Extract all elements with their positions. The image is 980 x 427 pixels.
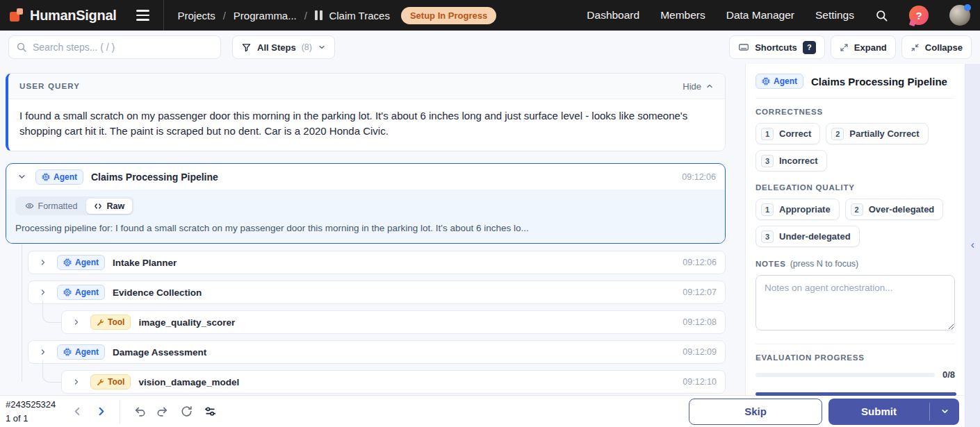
step-title: Intake Planner (113, 258, 177, 268)
search-icon (16, 42, 27, 53)
nav-dashboard[interactable]: Dashboard (587, 9, 639, 22)
submit-label[interactable]: Submit (828, 399, 929, 425)
step-title: Damage Assessment (113, 347, 206, 358)
delegation-options: 1 Appropriate 2 Over-delegated 3 Under-d… (756, 199, 955, 247)
status-badge: Setup In Progress (401, 7, 496, 24)
search-icon[interactable] (875, 9, 888, 22)
tool-badge: Tool (90, 315, 131, 330)
divider (756, 98, 955, 99)
option-incorrect[interactable]: 3 Incorrect (756, 150, 827, 171)
hotkey-badge: 1 (761, 203, 774, 216)
hamburger-menu-icon[interactable] (133, 7, 152, 23)
step-timestamp: 09:12:06 (683, 258, 717, 267)
top-navbar: HumanSignal Projects / Programma... / Cl… (0, 0, 980, 31)
evaluation-sidebar: Agent Claims Processing Pipeline CORRECT… (745, 64, 965, 427)
notes-label: NOTES (756, 260, 786, 268)
chevron-right-icon[interactable] (37, 258, 49, 267)
breadcrumb-project-name[interactable]: Programma... (234, 10, 297, 22)
step-title: Claims Processing Pipeline (91, 171, 218, 183)
task-meta: #243525324 1 of 1 (6, 398, 56, 425)
chevron-right-icon[interactable] (70, 378, 83, 386)
selected-step-header[interactable]: Agent Claims Processing Pipeline 09:12:0… (6, 164, 725, 190)
topbar-divider (163, 0, 164, 31)
agent-badge: Agent (57, 344, 105, 360)
prev-task-button[interactable] (65, 400, 89, 424)
notes-textarea[interactable] (756, 275, 955, 330)
tree-row-image-quality-scorer[interactable]: Tool image_quality_scorer 09:12:08 (61, 310, 726, 334)
tab-raw[interactable]: Raw (86, 199, 132, 214)
search-steps-input[interactable] (33, 42, 213, 53)
help-bubble-icon[interactable]: ? (909, 6, 929, 25)
chevron-up-icon (705, 82, 714, 90)
topbar-right-nav: Dashboard Members Data Manager Settings … (587, 5, 970, 26)
footer-actions: Skip Submit (689, 399, 959, 425)
chip-icon (42, 173, 50, 181)
collapse-button[interactable]: Collapse (901, 35, 972, 59)
next-task-button[interactable] (89, 400, 113, 424)
app-window: HumanSignal Projects / Programma... / Cl… (0, 0, 980, 427)
keyboard-icon (738, 42, 749, 53)
hotkey-badge: 3 (761, 231, 774, 243)
chevron-right-icon[interactable] (37, 288, 49, 296)
humansignal-logo[interactable]: HumanSignal (10, 8, 117, 24)
chevron-down-icon (940, 407, 949, 416)
skip-button[interactable]: Skip (689, 399, 822, 425)
sidebar-step-title: Claims Processing Pipeline (811, 76, 947, 87)
reset-button[interactable] (174, 400, 198, 424)
option-over-delegated[interactable]: 2 Over-delegated (845, 199, 944, 220)
view-settings-button[interactable] (198, 400, 222, 424)
breadcrumb-separator: / (304, 10, 307, 22)
hotkey-badge: 3 (761, 155, 774, 167)
content-area: USER QUERY Hide I found a small scratch … (0, 64, 980, 427)
user-query-label: USER QUERY (19, 82, 80, 90)
chevron-right-icon[interactable] (37, 348, 49, 356)
task-pagination: 1 of 1 (6, 412, 56, 426)
chip-icon (63, 348, 72, 356)
chevron-down-icon[interactable] (15, 172, 28, 181)
breadcrumb-projects[interactable]: Projects (178, 10, 215, 22)
nav-members[interactable]: Members (660, 9, 705, 22)
chevron-right-icon[interactable] (70, 318, 83, 326)
nav-data-manager[interactable]: Data Manager (726, 9, 794, 22)
filter-all-steps-button[interactable]: All Steps (8) (232, 35, 335, 59)
option-partially-correct[interactable]: 2 Partially Correct (826, 123, 928, 144)
tree-row-vision-damage-model[interactable]: Tool vision_damage_model 09:12:10 (61, 370, 726, 394)
option-appropriate[interactable]: 1 Appropriate (756, 199, 840, 220)
option-correct[interactable]: 1 Correct (756, 123, 820, 144)
progress-row: 0/8 (756, 369, 955, 380)
sliders-icon (204, 405, 217, 418)
sidebar-header: Agent Claims Processing Pipeline (756, 74, 955, 89)
redo-button[interactable] (151, 400, 174, 424)
undo-button[interactable] (127, 400, 151, 424)
divider (756, 344, 955, 344)
tab-formatted[interactable]: Formatted (17, 199, 85, 214)
hide-query-toggle[interactable]: Hide (683, 81, 714, 92)
option-under-delegated[interactable]: 3 Under-delegated (756, 226, 860, 247)
step-timestamp: 09:12:06 (682, 172, 716, 182)
nav-settings[interactable]: Settings (815, 9, 854, 22)
tree-row-evidence-collection[interactable]: Agent Evidence Collection 09:12:07 (28, 281, 726, 304)
tool-badge: Tool (90, 374, 131, 390)
footer-divider (120, 400, 120, 424)
agent-badge: Agent (57, 255, 105, 270)
panel-collapse-strip[interactable] (965, 64, 980, 427)
agent-badge: Agent (57, 285, 105, 300)
tree-row-intake-planner[interactable]: Agent Intake Planner 09:12:06 (28, 251, 726, 274)
chevron-left-icon (970, 242, 976, 249)
expand-button[interactable]: Expand (831, 35, 896, 59)
wrench-icon (97, 378, 104, 386)
hotkey-badge: 2 (851, 203, 863, 216)
hotkey-badge: 1 (761, 128, 774, 140)
tree-row-damage-assessment[interactable]: Agent Damage Assessment 09:12:09 (28, 340, 726, 364)
agent-badge: Agent (35, 169, 83, 185)
shortcuts-button[interactable]: Shortcuts ? (729, 35, 825, 59)
reset-icon (180, 405, 193, 418)
submit-dropdown-toggle[interactable] (930, 399, 959, 425)
submit-button[interactable]: Submit (828, 399, 959, 425)
user-query-header: USER QUERY Hide (8, 74, 725, 99)
step-title: vision_damage_model (138, 377, 239, 387)
user-avatar[interactable] (949, 5, 970, 26)
correctness-options: 1 Correct 2 Partially Correct 3 Incorrec… (756, 123, 955, 171)
trace-tree: Agent Intake Planner 09:12:06 Agent Evid… (6, 251, 726, 409)
breadcrumb-claim-traces[interactable]: Claim Traces (329, 10, 390, 22)
